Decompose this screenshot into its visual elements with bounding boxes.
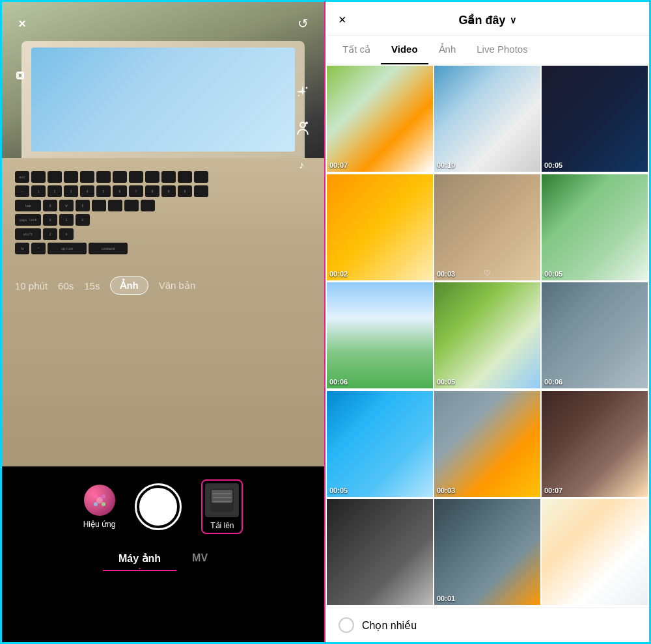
camera-subject: esc ~ 1 — [2, 41, 324, 470]
media-duration-5: 00:03 — [437, 270, 455, 278]
main-controls-row: Hiệu ứng Tải lên — [2, 479, 324, 534]
camera-refresh-button[interactable]: ↺ — [291, 12, 314, 35]
media-item-11[interactable]: 00:03 — [434, 391, 540, 497]
select-all-checkbox[interactable] — [339, 617, 354, 633]
tab-mv[interactable]: MV — [176, 547, 223, 571]
effect-button[interactable]: Hiệu ứng — [83, 485, 116, 529]
key-d: D — [76, 214, 90, 226]
media-item-3[interactable]: 00:05 — [542, 66, 648, 172]
square-icon-button[interactable] — [12, 67, 35, 90]
camera-mode-bar: 10 phút 60s 15s Ảnh Văn bản — [2, 276, 324, 295]
upload-thumbnail — [205, 483, 239, 517]
media-item-8[interactable]: 00:05 — [434, 282, 540, 388]
key-2: 2 — [48, 185, 62, 197]
media-duration-8: 00:05 — [437, 378, 455, 386]
key-esc: esc — [15, 171, 29, 183]
camera-panel: esc ~ 1 — [0, 0, 326, 644]
media-item-7[interactable]: 00:06 — [327, 282, 433, 388]
camera-viewfinder: esc ~ 1 — [2, 2, 324, 470]
media-item-15[interactable] — [542, 499, 648, 605]
svg-rect-1 — [18, 74, 22, 77]
mode-10-phut[interactable]: 10 phút — [15, 280, 48, 291]
laptop-lid — [21, 41, 305, 158]
svg-rect-13 — [212, 490, 232, 503]
media-item-4[interactable]: 00:02 — [327, 174, 433, 280]
media-duration-9: 00:06 — [544, 378, 562, 386]
media-item-13[interactable] — [327, 499, 433, 605]
mode-15s[interactable]: 15s — [84, 280, 100, 291]
keyboard-area: esc ~ 1 — [2, 158, 324, 470]
mode-vanban[interactable]: Văn bản — [159, 280, 196, 291]
filter-tab-video[interactable]: Video — [381, 36, 428, 64]
key-y — [124, 200, 139, 211]
filter-tab-all[interactable]: Tất cả — [332, 36, 381, 64]
key-minus: - — [194, 185, 208, 197]
media-item-14[interactable]: 00:01 — [434, 499, 540, 605]
media-duration-2: 00:10 — [437, 161, 455, 169]
media-item-1[interactable]: 00:07 — [327, 66, 433, 172]
key-command: command — [89, 243, 128, 254]
person-icon-button[interactable] — [291, 116, 314, 140]
key-e: E — [76, 200, 90, 211]
key-tilde: ~ — [15, 185, 29, 197]
chevron-down-icon[interactable]: ∨ — [510, 15, 516, 25]
mode-60s[interactable]: 60s — [58, 280, 74, 291]
key-s: S — [59, 214, 74, 226]
media-item-6[interactable]: 00:05 — [542, 174, 648, 280]
key-shift-l: shift — [15, 228, 41, 240]
media-grid: 00:07 00:10 00:05 00:02 ♡ 00:03 00:05 00… — [326, 64, 649, 608]
tab-may-anh[interactable]: Máy ảnh — [103, 547, 176, 571]
shutter-button[interactable] — [135, 483, 182, 530]
svg-point-7 — [96, 497, 103, 503]
media-duration-1: 00:07 — [329, 161, 348, 169]
media-item-2[interactable]: 00:10 — [434, 66, 540, 172]
media-picker-close-button[interactable]: × — [339, 12, 358, 27]
keyboard-keys: esc ~ 1 — [2, 158, 324, 263]
camera-close-button[interactable]: × — [12, 13, 33, 34]
key-f3 — [64, 171, 78, 183]
key-9: 9 — [161, 185, 176, 197]
sparkle-icon-button[interactable] — [291, 80, 314, 103]
filter-tab-live-photos[interactable]: Live Photos — [466, 36, 538, 64]
upload-button[interactable]: Tải lên — [201, 479, 243, 534]
key-caps: caps lock — [15, 214, 41, 226]
key-f4 — [80, 171, 94, 183]
mode-anh[interactable]: Ảnh — [110, 276, 148, 295]
camera-top-bar: × ↺ — [12, 12, 314, 35]
key-option: option — [48, 243, 87, 254]
filter-tab-bar: Tất cả Video Ảnh Live Photos — [326, 36, 649, 64]
music-icon-button[interactable]: ♪ — [291, 153, 314, 176]
key-f7 — [129, 171, 143, 183]
svg-point-8 — [94, 494, 98, 498]
select-all-bar: Chọn nhiều — [326, 608, 649, 642]
media-duration-14: 00:01 — [437, 595, 455, 602]
shutter-inner — [139, 488, 177, 526]
svg-text:♪: ♪ — [299, 159, 304, 170]
key-4: 4 — [80, 185, 94, 197]
media-duration-12: 00:07 — [544, 487, 562, 494]
laptop-screen — [31, 47, 295, 152]
media-item-5[interactable]: ♡ 00:03 — [434, 174, 540, 280]
key-q: Q — [43, 200, 57, 211]
key-3: 3 — [64, 185, 78, 197]
media-duration-11: 00:03 — [437, 487, 455, 494]
key-r — [92, 200, 106, 211]
key-f5 — [96, 171, 111, 183]
media-item-9[interactable]: 00:06 — [542, 282, 648, 388]
key-f8 — [145, 171, 159, 183]
key-f2 — [48, 171, 62, 183]
key-7: 7 — [129, 185, 143, 197]
key-1: 1 — [31, 185, 46, 197]
camera-bottom-controls: Hiệu ứng Tải lên — [2, 466, 324, 642]
filter-tab-photo[interactable]: Ảnh — [428, 36, 467, 64]
svg-point-11 — [102, 502, 105, 506]
media-item-12[interactable]: 00:07 — [542, 391, 648, 497]
media-picker-title: Gần đây ∨ — [458, 13, 516, 27]
key-fn: fn — [15, 243, 29, 254]
media-item-10[interactable]: 00:05 — [327, 391, 433, 497]
svg-point-9 — [102, 494, 105, 498]
heart-icon: ♡ — [484, 269, 491, 278]
key-t — [108, 200, 122, 211]
media-duration-4: 00:02 — [329, 270, 348, 278]
camera-right-icons: ♪ — [291, 80, 314, 176]
